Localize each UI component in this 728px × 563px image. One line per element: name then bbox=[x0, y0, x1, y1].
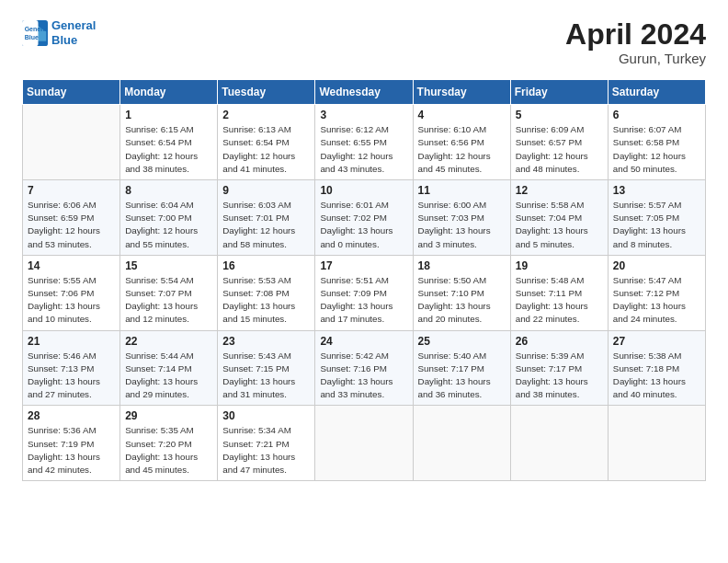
calendar-cell: 27Sunrise: 5:38 AMSunset: 7:18 PMDayligh… bbox=[608, 330, 705, 406]
day-info-line: and 38 minutes. bbox=[125, 163, 212, 176]
calendar-cell: 29Sunrise: 5:35 AMSunset: 7:20 PMDayligh… bbox=[120, 406, 218, 481]
calendar-week-row: 14Sunrise: 5:55 AMSunset: 7:06 PMDayligh… bbox=[23, 255, 706, 330]
day-number: 28 bbox=[28, 409, 115, 422]
header: General Blue General Blue April 2024 Gur… bbox=[22, 18, 706, 66]
day-number: 30 bbox=[222, 409, 310, 422]
day-number: 15 bbox=[125, 259, 212, 272]
logo-text: General Blue bbox=[51, 18, 96, 47]
day-info-line: Daylight: 12 hours bbox=[125, 224, 212, 237]
day-info-line: Sunset: 7:09 PM bbox=[320, 287, 407, 300]
day-info-line: Sunrise: 6:01 AM bbox=[320, 199, 407, 212]
day-info-line: Sunset: 6:54 PM bbox=[125, 136, 212, 149]
logo: General Blue General Blue bbox=[22, 18, 96, 47]
day-number: 6 bbox=[613, 109, 700, 121]
day-info-line: Sunrise: 5:55 AM bbox=[28, 274, 115, 287]
day-info-line: Sunrise: 6:13 AM bbox=[222, 123, 310, 136]
calendar-cell: 2Sunrise: 6:13 AMSunset: 6:54 PMDaylight… bbox=[218, 105, 315, 180]
day-info-line: Sunrise: 5:46 AM bbox=[28, 350, 115, 362]
calendar-cell: 3Sunrise: 6:12 AMSunset: 6:55 PMDaylight… bbox=[315, 105, 413, 180]
day-info-line: Sunset: 7:14 PM bbox=[125, 362, 212, 375]
day-info-line: Sunset: 7:12 PM bbox=[613, 287, 700, 300]
day-info-line: and 29 minutes. bbox=[125, 388, 212, 401]
day-number: 20 bbox=[613, 259, 700, 272]
title-block: April 2024 Gurun, Turkey bbox=[565, 18, 706, 66]
day-info-line: Daylight: 13 hours bbox=[418, 224, 506, 237]
day-info-line: and 12 minutes. bbox=[125, 313, 212, 326]
day-info-line: Daylight: 13 hours bbox=[28, 300, 115, 313]
day-number: 27 bbox=[613, 335, 700, 348]
calendar-cell: 8Sunrise: 6:04 AMSunset: 7:00 PMDaylight… bbox=[120, 180, 218, 256]
day-info-line: Daylight: 12 hours bbox=[613, 150, 700, 163]
day-info-line: and 5 minutes. bbox=[516, 238, 603, 251]
day-info-line: Daylight: 12 hours bbox=[125, 150, 212, 163]
day-info-line: Sunrise: 6:00 AM bbox=[418, 199, 506, 212]
calendar-table: SundayMondayTuesdayWednesdayThursdayFrid… bbox=[22, 79, 706, 481]
calendar-cell: 18Sunrise: 5:50 AMSunset: 7:10 PMDayligh… bbox=[413, 255, 510, 330]
day-info-line: Sunrise: 6:03 AM bbox=[222, 199, 310, 212]
calendar-cell: 17Sunrise: 5:51 AMSunset: 7:09 PMDayligh… bbox=[315, 255, 413, 330]
page: General Blue General Blue April 2024 Gur… bbox=[0, 0, 728, 496]
day-info-line: Daylight: 12 hours bbox=[222, 150, 310, 163]
day-info-line: Sunrise: 5:35 AM bbox=[125, 424, 212, 437]
calendar-cell: 28Sunrise: 5:36 AMSunset: 7:19 PMDayligh… bbox=[23, 406, 120, 481]
calendar-cell: 10Sunrise: 6:01 AMSunset: 7:02 PMDayligh… bbox=[315, 180, 413, 256]
weekday-header: Saturday bbox=[608, 80, 705, 105]
day-info-line: Sunset: 7:13 PM bbox=[28, 362, 115, 375]
calendar-cell: 14Sunrise: 5:55 AMSunset: 7:06 PMDayligh… bbox=[23, 255, 120, 330]
day-info-line: and 17 minutes. bbox=[320, 313, 407, 326]
day-number: 21 bbox=[28, 335, 115, 348]
day-number: 25 bbox=[418, 335, 506, 348]
day-info-line: Daylight: 12 hours bbox=[222, 224, 310, 237]
calendar-cell: 16Sunrise: 5:53 AMSunset: 7:08 PMDayligh… bbox=[218, 255, 315, 330]
svg-text:General: General bbox=[25, 26, 48, 32]
day-info-line: Daylight: 13 hours bbox=[222, 375, 310, 388]
calendar-week-row: 1Sunrise: 6:15 AMSunset: 6:54 PMDaylight… bbox=[23, 105, 706, 180]
day-info-line: Sunset: 7:01 PM bbox=[222, 212, 310, 224]
day-number: 8 bbox=[125, 184, 212, 197]
day-info-line: Daylight: 13 hours bbox=[320, 375, 407, 388]
day-info-line: Daylight: 13 hours bbox=[320, 224, 407, 237]
day-info-line: Sunset: 7:17 PM bbox=[418, 362, 506, 375]
day-info-line: and 40 minutes. bbox=[613, 388, 700, 401]
calendar-cell: 1Sunrise: 6:15 AMSunset: 6:54 PMDaylight… bbox=[120, 105, 218, 180]
day-number: 22 bbox=[125, 335, 212, 348]
day-info-line: Sunset: 6:56 PM bbox=[418, 136, 506, 149]
day-info-line: and 58 minutes. bbox=[222, 238, 310, 251]
day-info-line: Sunset: 6:54 PM bbox=[222, 136, 310, 149]
day-info-line: and 50 minutes. bbox=[613, 163, 700, 176]
calendar-cell: 6Sunrise: 6:07 AMSunset: 6:58 PMDaylight… bbox=[608, 105, 705, 180]
day-info-line: and 36 minutes. bbox=[418, 388, 506, 401]
day-info-line: Daylight: 13 hours bbox=[222, 451, 310, 464]
calendar-cell: 15Sunrise: 5:54 AMSunset: 7:07 PMDayligh… bbox=[120, 255, 218, 330]
weekday-header: Monday bbox=[120, 80, 218, 105]
day-number: 17 bbox=[320, 259, 407, 272]
calendar-cell: 21Sunrise: 5:46 AMSunset: 7:13 PMDayligh… bbox=[23, 330, 120, 406]
calendar-cell: 13Sunrise: 5:57 AMSunset: 7:05 PMDayligh… bbox=[608, 180, 705, 256]
day-info-line: and 27 minutes. bbox=[28, 388, 115, 401]
day-info-line: Sunset: 7:07 PM bbox=[125, 287, 212, 300]
calendar-cell: 19Sunrise: 5:48 AMSunset: 7:11 PMDayligh… bbox=[510, 255, 608, 330]
day-number: 1 bbox=[125, 109, 212, 121]
day-info-line: Sunrise: 5:54 AM bbox=[125, 274, 212, 287]
day-info-line: Sunrise: 5:50 AM bbox=[418, 274, 506, 287]
day-info-line: Sunrise: 5:34 AM bbox=[222, 424, 310, 437]
day-number: 9 bbox=[222, 184, 310, 197]
day-info-line: Daylight: 13 hours bbox=[418, 375, 506, 388]
logo-icon: General Blue bbox=[22, 20, 48, 46]
day-info-line: Sunset: 7:08 PM bbox=[222, 287, 310, 300]
day-number: 14 bbox=[28, 259, 115, 272]
day-info-line: Sunrise: 5:44 AM bbox=[125, 350, 212, 362]
day-info-line: Daylight: 13 hours bbox=[125, 451, 212, 464]
day-number: 19 bbox=[516, 259, 603, 272]
day-info-line: and 45 minutes. bbox=[418, 163, 506, 176]
calendar-cell: 24Sunrise: 5:42 AMSunset: 7:16 PMDayligh… bbox=[315, 330, 413, 406]
day-info-line: Sunrise: 5:58 AM bbox=[516, 199, 603, 212]
calendar-cell: 11Sunrise: 6:00 AMSunset: 7:03 PMDayligh… bbox=[413, 180, 510, 256]
day-number: 18 bbox=[418, 259, 506, 272]
day-info-line: Sunset: 7:11 PM bbox=[516, 287, 603, 300]
day-info-line: Sunset: 7:00 PM bbox=[125, 212, 212, 224]
day-info-line: Sunrise: 6:06 AM bbox=[28, 199, 115, 212]
weekday-header: Wednesday bbox=[315, 80, 413, 105]
day-info-line: and 0 minutes. bbox=[320, 238, 407, 251]
day-info-line: Sunset: 7:04 PM bbox=[516, 212, 603, 224]
